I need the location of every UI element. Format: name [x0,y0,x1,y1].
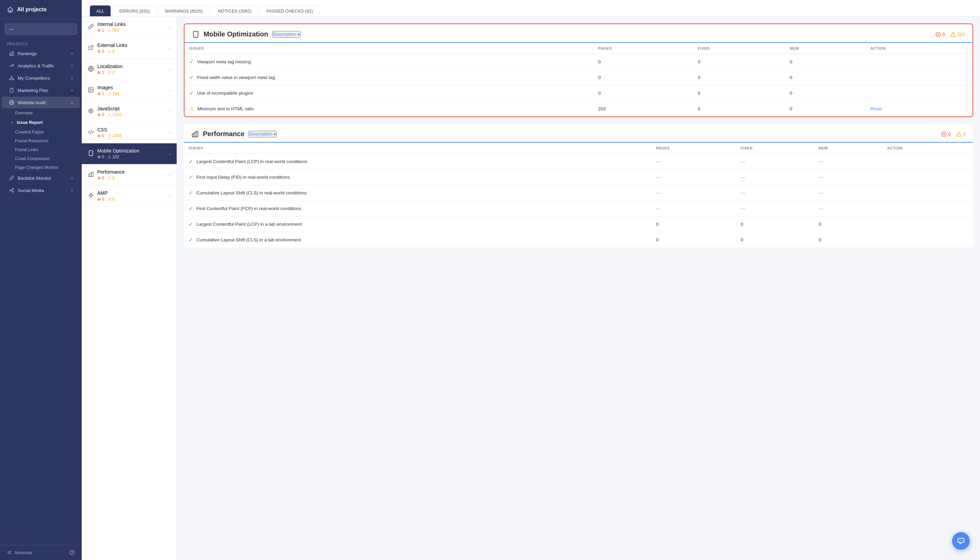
left-item-amp[interactable]: AMP ⊗ 0 ⚠ 0 › [82,185,177,207]
submenu-overview[interactable]: Overview [15,108,82,117]
submenu-crawled-pages[interactable]: Crawled Pages [15,128,82,137]
mobile-row2-issue: ✓ Fixed width value in viewport meta tag [185,70,593,85]
tab-all[interactable]: ALL [90,5,111,16]
svg-point-4 [90,88,90,89]
perf-row5-icon: ✓ [188,221,193,227]
perf-col-new: NEW [814,143,882,154]
internal-links-chevron: › [169,25,171,30]
chat-button[interactable] [952,532,970,550]
localization-icon [88,66,94,73]
analytics-label: Analytics & Traffic [18,63,54,68]
mobile-row3-action [866,85,973,101]
submenu-found-links[interactable]: Found Links [15,145,82,154]
sidebar-item-competitors[interactable]: My Competitors ▾ [2,72,80,84]
images-warnings: ⚠ 184 [108,91,119,96]
mobile-desc-chevron: ▾ [298,32,300,37]
internal-links-warnings: ⚠ 501 [108,28,119,33]
images-chevron: › [169,88,171,93]
minimize-icon [7,550,12,555]
left-item-localization[interactable]: Localization ⊗ 1 ⚠ 0 › [82,59,177,80]
mobile-opt-card-header: Mobile Optimization Description ▾ 0 [185,24,973,43]
tab-errors[interactable]: ERRORS (831) [113,5,156,16]
perf-row5-issue: ✓ Largest Contentful Paint (LCP) in a la… [184,217,651,232]
row2-status-icon: ✓ [189,74,194,81]
sidebar-item-website-audit[interactable]: Website Audit ▴ [2,97,80,108]
submenu-page-changes[interactable]: Page Changes Monitor [15,163,82,172]
website-audit-label: Website Audit [18,100,46,105]
table-row: ✓ Cumulative Layout Shift (CLS) in real-… [184,185,973,201]
amp-warnings: ⚠ 0 [108,197,115,202]
left-item-performance[interactable]: Performance ⊗ 0 ⚠ 0 › [82,165,177,185]
marketing-chevron: ▾ [71,88,73,92]
tab-passed[interactable]: PASSED CHECKS (82) [260,5,319,16]
backlink-chevron: ▾ [71,176,73,180]
perf-row6-icon: ✓ [188,237,193,243]
left-item-external-links[interactable]: External Links ⊗ 0 ⚠ 0 › [82,38,177,59]
reset-link[interactable]: Reset [870,106,882,111]
row1-status-icon: ✓ [189,58,194,65]
sidebar-item-marketing[interactable]: Marketing Plan ▾ [2,85,80,96]
left-item-internal-links[interactable]: Internal Links ⊗ 2 ⚠ 501 › [82,17,177,38]
perf-row2-new: — [814,170,882,185]
sidebar-project-dropdown[interactable]: — [5,23,77,35]
perf-col-fixed: FIXED [736,143,814,154]
sidebar-item-analytics[interactable]: Analytics & Traffic ▾ [2,60,80,72]
css-title: CSS [97,127,121,132]
table-row: ✓ Largest Contentful Paint (LCP) in real… [184,154,973,170]
perf-row6-action [882,232,973,248]
left-item-images[interactable]: Images ⊗ 1 ⚠ 184 › [82,80,177,101]
perf-row6-pages: 0 [651,232,736,248]
table-row: ✓ First Input Delay (FID) in real-world … [184,170,973,185]
submenu-crawl-comparison[interactable]: Crawl Comparison [15,154,82,163]
perf-row6-fixed: 0 [736,232,814,248]
sidebar-item-social[interactable]: Social Media ▾ [2,185,80,196]
submenu-found-resources[interactable]: Found Resources [15,137,82,145]
table-row: ✓ Largest Contentful Paint (LCP) in a la… [184,217,973,232]
chat-icon [957,537,965,545]
rankings-chevron: ▾ [71,52,73,55]
mobile-opt-description-btn[interactable]: Description ▾ [272,31,301,38]
perf-col-issues: ISSUES [184,143,651,154]
mobile-opt-error-count: 0 [935,32,945,37]
external-links-errors: ⊗ 0 [97,49,104,54]
sidebar-item-backlink[interactable]: Backlink Monitor ▾ [2,172,80,184]
perf-row5-fixed: 0 [736,217,814,232]
mobile-warn-icon [950,32,956,37]
tab-warnings[interactable]: WARNINGS (6525) [158,5,210,16]
svg-point-5 [90,110,92,112]
mobile-col-fixed: FIXED [693,43,785,54]
perf-row4-icon: ✓ [188,205,193,212]
mobile-row1-issue: ✓ Viewport meta tag missing [185,54,593,70]
social-label: Social Media [18,188,44,193]
perf-row4-new: — [814,201,882,217]
tab-notices[interactable]: NOTICES (2082) [211,5,258,16]
perf-row4-fixed: — [736,201,814,217]
analytics-chevron: ▾ [71,64,73,68]
project-select[interactable]: — [5,23,77,35]
performance-warnings: ⚠ 0 [108,176,115,180]
performance-chevron: › [169,173,171,177]
perf-col-action: ACTION [882,143,973,154]
mobile-row4-action[interactable]: Reset [866,101,973,117]
all-projects-label: All projects [17,7,47,13]
perf-row3-pages: — [651,185,736,201]
left-item-css[interactable]: CSS ⊗ 0 ⚠ 2008 › [82,122,177,143]
left-item-mobile-optimization[interactable]: Mobile Optimization ⊗ 0 ⚠ 202 › [82,143,177,165]
localization-chevron: › [169,67,171,72]
table-row: ✓ First Contentful Paint (FCP) in real-w… [184,201,973,217]
mobile-row1-action [866,54,973,70]
table-row: ✓ Cumulative Layout Shift (CLS) in a lab… [184,232,973,248]
performance-description-btn[interactable]: Description ▾ [248,131,277,138]
mobile-col-pages: PAGES [593,43,693,54]
sidebar-item-rankings[interactable]: Rankings ▾ [2,48,80,59]
left-item-javascript[interactable]: JavaScript ⊗ 0 ⚠ 2310 › [82,101,177,122]
competitors-icon [9,75,14,81]
submenu-issue-report[interactable]: Issue Report [15,117,82,128]
perf-row2-action [882,170,973,185]
performance-card-header: Performance Description ▾ 0 [184,124,973,143]
images-errors: ⊗ 1 [97,91,104,96]
minimize-button[interactable]: Minimize [0,545,82,560]
website-audit-chevron: ▴ [71,101,73,105]
sidebar-header: All projects [0,0,82,19]
perf-row1-pages: — [651,154,736,170]
